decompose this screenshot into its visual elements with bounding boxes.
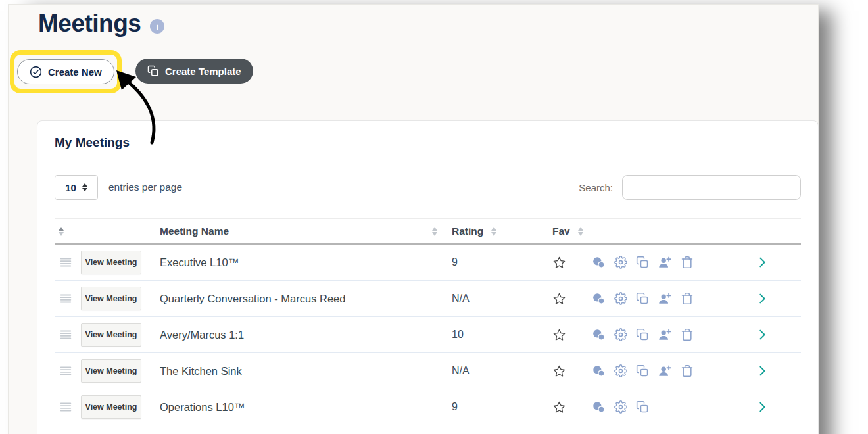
create-new-button[interactable]: Create New — [17, 59, 114, 84]
table-row: View Meeting Operations L10™ 9 — [55, 389, 801, 425]
highlight-box: Create New — [10, 50, 122, 93]
duplicate-icon[interactable] — [636, 292, 649, 305]
rating-column-header[interactable]: Rating — [444, 226, 552, 237]
favorite-star-icon[interactable] — [552, 400, 566, 414]
annotation-arrow — [111, 69, 161, 145]
meeting-name: The Kitchen Sink — [160, 365, 444, 377]
add-attendee-icon[interactable] — [658, 291, 672, 306]
sort-icon[interactable] — [578, 227, 583, 236]
chat-icon[interactable] — [592, 400, 606, 414]
sort-icon[interactable] — [59, 227, 64, 236]
drag-handle-icon[interactable] — [59, 400, 73, 414]
meeting-rating: 9 — [444, 401, 552, 413]
chevron-right-icon[interactable] — [755, 291, 769, 306]
drag-handle-icon[interactable] — [59, 291, 73, 306]
trash-icon[interactable] — [681, 328, 694, 341]
gear-icon[interactable] — [614, 400, 627, 414]
duplicate-icon[interactable] — [636, 256, 649, 269]
duplicate-icon[interactable] — [636, 364, 649, 377]
table-header-row: Meeting Name Rating Fav — [55, 218, 801, 245]
trash-icon[interactable] — [681, 256, 694, 269]
app-window: Meetings i Create New Create Template — [8, 4, 819, 434]
meeting-rating: N/A — [444, 293, 552, 304]
table-row: View Meeting Quarterly Conversation - Ma… — [55, 281, 801, 317]
table-body: View Meeting Executive L10™ 9 — [55, 245, 801, 425]
favorite-star-icon[interactable] — [552, 256, 566, 270]
chat-icon[interactable] — [592, 256, 606, 270]
meeting-name: Executive L10™ — [160, 256, 444, 269]
page-header: Meetings i — [38, 10, 164, 37]
gear-icon[interactable] — [614, 292, 627, 305]
meeting-name: Quarterly Conversation - Marcus Reed — [160, 293, 444, 305]
duplicate-icon[interactable] — [636, 400, 649, 414]
favorite-star-icon[interactable] — [552, 328, 566, 342]
gear-icon[interactable] — [614, 328, 627, 341]
page-title: Meetings — [38, 10, 141, 37]
trash-icon[interactable] — [681, 292, 694, 305]
favorite-star-icon[interactable] — [552, 292, 566, 306]
meeting-rating: 10 — [444, 329, 552, 341]
entries-per-page-select[interactable]: 10 — [55, 175, 98, 200]
add-attendee-icon[interactable] — [658, 364, 672, 378]
add-attendee-icon[interactable] — [658, 255, 672, 270]
add-attendee-icon[interactable] — [658, 327, 672, 342]
table-row: View Meeting Avery/Marcus 1:1 10 — [55, 317, 801, 353]
drag-handle-icon[interactable] — [59, 327, 73, 342]
card-title: My Meetings — [55, 135, 801, 150]
chevron-right-icon[interactable] — [755, 255, 769, 270]
create-template-label: Create Template — [165, 66, 241, 77]
view-meeting-button[interactable]: View Meeting — [81, 323, 141, 347]
view-meeting-button[interactable]: View Meeting — [81, 395, 141, 419]
meeting-name: Operations L10™ — [160, 401, 444, 414]
gear-icon[interactable] — [614, 256, 627, 269]
chevron-right-icon[interactable] — [755, 400, 769, 414]
drag-handle-icon[interactable] — [59, 364, 73, 378]
entries-per-page-label: entries per page — [108, 181, 182, 193]
my-meetings-card: My Meetings 10 entries per page Search: — [37, 120, 819, 434]
create-new-label: Create New — [48, 66, 102, 78]
view-meeting-button[interactable]: View Meeting — [81, 359, 141, 383]
sort-icon[interactable] — [491, 227, 496, 236]
meeting-rating: N/A — [444, 365, 552, 377]
chat-icon[interactable] — [592, 328, 606, 342]
chevron-right-icon[interactable] — [755, 327, 769, 342]
table-row: View Meeting The Kitchen Sink N/A — [55, 353, 801, 389]
select-arrows-icon — [82, 183, 87, 191]
chevron-right-icon[interactable] — [755, 364, 769, 378]
entries-select-value: 10 — [65, 182, 76, 193]
search-label: Search: — [579, 182, 613, 193]
search-input[interactable] — [622, 175, 801, 200]
check-circle-icon — [30, 66, 42, 78]
view-meeting-button[interactable]: View Meeting — [81, 251, 141, 274]
table-row: View Meeting Executive L10™ 9 — [55, 245, 801, 281]
drag-handle-icon[interactable] — [59, 255, 73, 270]
sort-order-column-header[interactable] — [55, 227, 81, 236]
meeting-name-column-header[interactable]: Meeting Name — [160, 226, 444, 237]
meeting-name: Avery/Marcus 1:1 — [160, 329, 444, 341]
sort-icon[interactable] — [432, 227, 437, 236]
gear-icon[interactable] — [614, 364, 627, 377]
duplicate-icon[interactable] — [636, 328, 649, 341]
favorite-star-icon[interactable] — [552, 364, 566, 378]
meeting-rating: 9 — [444, 256, 552, 268]
chat-icon[interactable] — [592, 364, 606, 378]
info-icon[interactable]: i — [150, 19, 164, 34]
fav-column-header[interactable]: Fav — [552, 226, 592, 237]
trash-icon[interactable] — [681, 364, 694, 377]
table-controls: 10 entries per page Search: — [55, 175, 801, 200]
chat-icon[interactable] — [592, 292, 606, 306]
meetings-table: Meeting Name Rating Fav — [55, 218, 801, 425]
view-meeting-button[interactable]: View Meeting — [81, 287, 141, 310]
